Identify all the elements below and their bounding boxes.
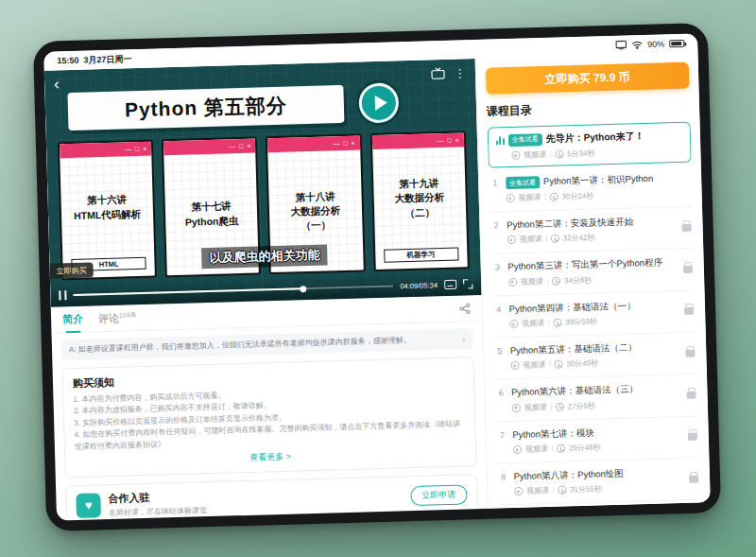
back-button[interactable]: ‹: [54, 76, 60, 92]
video-icon: [514, 487, 523, 496]
clock-icon: [549, 193, 558, 201]
wifi-icon: [631, 41, 643, 49]
video-title: Python 第五部分: [125, 93, 288, 124]
course-item[interactable]: 2 Python第二讲：安装及快速开始 视频课 32分42秒: [490, 207, 694, 254]
apply-button[interactable]: 立即申请: [410, 485, 468, 507]
course-duration: 30分24秒: [561, 191, 593, 202]
course-duration: 30分49秒: [566, 358, 598, 370]
tv-cast-icon[interactable]: [431, 67, 445, 79]
purchase-notice: 购买须知 1. 本内容为付费内容，购买成功后方可观看。 2. 本内容为虚拟服务，…: [62, 357, 477, 478]
catalog-title: 课程目录: [487, 98, 691, 120]
window-controls: — □ ×: [437, 136, 459, 144]
course-item[interactable]: 7 Python第七讲：模块 视频课 29分46秒: [495, 416, 699, 463]
course-duration: 29分46秒: [569, 443, 601, 454]
buy-now-badge[interactable]: 立即购买: [49, 262, 93, 278]
course-title: Python第七讲：模块: [512, 426, 594, 441]
partner-title: 合作入驻: [108, 489, 206, 506]
clock-icon: [552, 276, 560, 285]
lock-icon: [685, 349, 695, 357]
card-line: （二）: [404, 206, 435, 219]
tablet-frame: 15:50 3月27日周一 90% ‹: [33, 23, 721, 531]
course-item[interactable]: 6 Python第六讲：基础语法（三） 视频课 27分9秒: [494, 374, 698, 422]
course-item[interactable]: 8 Python第八讲：Python绘图 视频课 31分55秒: [496, 459, 700, 506]
window-controls: — □ ×: [333, 140, 355, 148]
course-title: Python第六讲：基础语法（三）: [511, 384, 638, 399]
course-duration: 39分59秒: [565, 317, 597, 328]
video-icon: [506, 194, 514, 202]
background: 15:50 3月27日周一 90% ‹: [0, 0, 756, 557]
card-line: 第十七讲: [191, 200, 231, 214]
card-line: HTML代码解析: [74, 207, 142, 221]
tab-intro[interactable]: 简介: [62, 312, 83, 327]
course-item[interactable]: 1 全集试看 Python第一讲：初识Python 视频课: [489, 165, 693, 213]
video-title-banner: Python 第五部分: [67, 85, 344, 131]
course-item[interactable]: 5 Python第五讲：基础语法（二） 视频课 30分49秒: [493, 333, 697, 380]
clock-time: 15:50: [57, 56, 78, 66]
course-duration: 27分9秒: [567, 400, 595, 411]
course-list: 全集试看 先导片：Python来了！ 视频课 5分34秒: [487, 118, 701, 509]
course-item[interactable]: 4 Python第四讲：基础语法（一） 视频课 39分59秒: [491, 290, 696, 338]
card-line: 第十八讲: [295, 190, 335, 203]
battery-icon: [669, 40, 684, 47]
clock-icon: [555, 149, 563, 158]
play-button[interactable]: [358, 82, 399, 123]
window-controls: — □ ×: [125, 146, 147, 153]
progress-bar[interactable]: [73, 286, 393, 296]
video-player: ‹ ⋮ Python 第五部分 — □ ×: [44, 59, 482, 307]
clock-icon: [558, 486, 566, 495]
card-line: （一）: [301, 218, 331, 232]
tab-comments[interactable]: 评论104条: [98, 310, 137, 326]
course-title: Python第八讲：Python绘图: [514, 468, 624, 483]
lock-icon: [683, 266, 693, 273]
card-line: 大数据分析: [394, 191, 444, 205]
heart-icon: ♥: [76, 493, 101, 518]
course-title: Python第四讲：基础语法（一）: [509, 300, 636, 315]
progress-fill: [73, 287, 303, 296]
lock-icon: [688, 433, 697, 441]
lock-icon: [689, 475, 698, 482]
course-title: Python第五讲：基础语法（二）: [510, 341, 637, 357]
qa-text: A: 如老师设置课程用户群，我们将邀您加入，但我们无法承诺所有老师均提供课内群服…: [69, 334, 458, 356]
time-display: 04:09/05:34: [400, 281, 438, 290]
playing-equalizer-icon: [496, 135, 505, 145]
battery-percent: 90%: [647, 39, 664, 48]
share-icon[interactable]: [459, 303, 471, 314]
course-sidebar: 立即购买 79.9 币 课程目录 全集试看 先导片：Python来了！ 视: [475, 52, 710, 508]
partner-card: ♥ 合作入驻 名师好课，尽在咪咕体验课堂 立即申请: [65, 474, 478, 520]
danmaku-icon[interactable]: [444, 280, 456, 289]
course-item-current[interactable]: 全集试看 先导片：Python来了！ 视频课 5分34秒: [487, 122, 691, 168]
status-date: 3月27日周一: [83, 53, 131, 66]
card-line: 第十九讲: [399, 177, 438, 190]
clock-icon: [554, 360, 562, 369]
lock-icon: [682, 223, 692, 231]
course-duration: 31分55秒: [570, 484, 602, 496]
card-line: 第十六讲: [87, 194, 127, 207]
card-line: 大数据分析: [291, 204, 341, 218]
course-title: Python第三讲：写出第一个Python程序: [507, 257, 662, 273]
course-duration: 5分34秒: [567, 148, 595, 160]
course-title: Python第二讲：安装及快速开始: [507, 216, 633, 231]
trial-badge: 全集试看: [508, 133, 542, 147]
clock-icon: [551, 235, 559, 243]
clock-icon: [557, 444, 565, 453]
video-icon: [509, 320, 518, 328]
main-column: ‹ ⋮ Python 第五部分 — □ ×: [44, 59, 489, 521]
cast-icon: [615, 41, 627, 50]
buy-course-button[interactable]: 立即购买 79.9 币: [486, 62, 690, 95]
course-title: 先导片：Python来了！: [546, 130, 644, 146]
lock-icon: [686, 392, 696, 399]
video-icon: [510, 361, 519, 370]
course-item[interactable]: 3 Python第三讲：写出第一个Python程序 视频课 34分8秒: [490, 249, 695, 296]
chevron-right-icon[interactable]: ›: [462, 334, 466, 344]
video-icon: [508, 278, 517, 287]
course-duration: 32分42秒: [563, 233, 595, 244]
video-icon: [507, 235, 516, 244]
more-menu-icon[interactable]: ⋮: [455, 66, 466, 79]
clock-icon: [555, 402, 563, 410]
clock-icon: [553, 319, 561, 327]
qa-note[interactable]: A: 如老师设置课程用户群，我们将邀您加入，但我们无法承诺所有老师均提供课内群服…: [61, 328, 473, 360]
pause-icon[interactable]: [59, 290, 66, 300]
trial-badge: 全集试看: [506, 176, 540, 189]
video-icon: [512, 404, 521, 412]
fullscreen-icon[interactable]: [463, 279, 472, 288]
